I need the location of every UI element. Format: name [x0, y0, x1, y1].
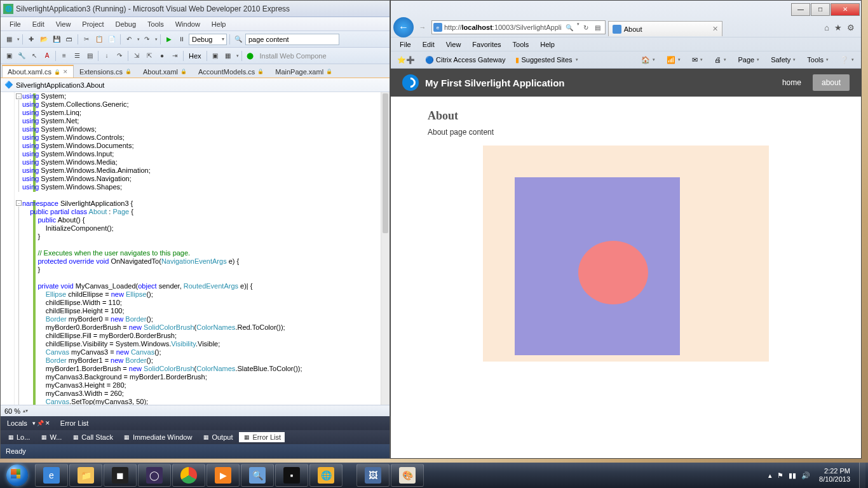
volume-icon[interactable]: 🔊	[801, 471, 810, 480]
tray-chevron-icon[interactable]: ▴	[768, 471, 772, 480]
task-chrome[interactable]	[172, 464, 205, 487]
step-over-icon[interactable]: ↷	[114, 50, 125, 62]
indent-icon[interactable]: ≡	[58, 50, 70, 62]
task-media[interactable]: ▶	[207, 464, 240, 487]
ie-menu-file[interactable]: File	[395, 39, 416, 50]
step-out-icon[interactable]: ⇱	[144, 50, 155, 62]
zoom-spinner-icon[interactable]: ▴▾	[23, 408, 28, 414]
flag-icon[interactable]: ⚑	[777, 471, 783, 480]
task-search[interactable]: 🔍	[241, 464, 274, 487]
extension-icon[interactable]: ⬤	[245, 50, 256, 62]
show-desktop-button[interactable]	[859, 463, 865, 488]
bottom-tab[interactable]: ▦Output	[198, 432, 236, 442]
ie-menu-favorites[interactable]: Favorites	[467, 39, 506, 50]
bottom-tab[interactable]: ▦Error List	[239, 432, 285, 442]
nav-about[interactable]: about	[813, 74, 850, 91]
task-snip[interactable]: 🖼	[356, 464, 390, 487]
cut-icon[interactable]: ✂	[81, 34, 92, 45]
ie-titlebar[interactable]: — □ ✕	[391, 1, 861, 18]
vs-menu-window[interactable]: Window	[170, 19, 205, 29]
feeds-button-icon[interactable]: 📶▾	[663, 55, 684, 65]
ie-menu-edit[interactable]: Edit	[417, 39, 440, 50]
start-button[interactable]	[0, 463, 34, 488]
safety-menu[interactable]: Safety▾	[768, 55, 799, 65]
properties-icon[interactable]: 🔧	[16, 50, 27, 62]
task-app1[interactable]: ◼	[104, 464, 137, 487]
toolbox-icon[interactable]: ▣	[3, 50, 15, 62]
step-into-icon[interactable]: ⇲	[131, 50, 142, 62]
vs-menu-file[interactable]: File	[4, 19, 26, 29]
pause-debug-icon[interactable]: ⏸	[176, 34, 187, 45]
save-icon[interactable]: 💾	[51, 34, 62, 45]
doc-tab[interactable]: About.xaml.cs 🔒 ✕	[2, 65, 74, 78]
bottom-tab[interactable]: ▦Lo...	[3, 432, 34, 442]
errorlist-panel-title[interactable]: Error List	[57, 418, 93, 428]
maximize-button[interactable]: □	[811, 3, 830, 16]
mail-button-icon[interactable]: ✉▾	[689, 55, 706, 65]
vs-titlebar[interactable]: 🌐 SilverlightApplication3 (Running) - Mi…	[1, 1, 390, 17]
close-button[interactable]: ✕	[831, 3, 860, 16]
compat-icon[interactable]: ▤	[592, 22, 604, 33]
window2-icon[interactable]: ▦	[222, 50, 234, 62]
vs-menu-debug[interactable]: Debug	[111, 19, 141, 29]
refresh-icon[interactable]: ↻	[580, 22, 592, 33]
comment-icon[interactable]: ▤	[84, 50, 95, 62]
vs-menu-tools[interactable]: Tools	[142, 19, 169, 29]
bottom-tab[interactable]: ▦Call Stack	[68, 432, 117, 442]
code-editor[interactable]: - - using System; using System.Collectio…	[1, 92, 390, 405]
tools-menu[interactable]: Tools▾	[804, 55, 832, 65]
clock[interactable]: 2:22 PM 8/10/2013	[815, 467, 854, 484]
search-icon[interactable]: 🔍	[564, 22, 575, 33]
tab-close-icon[interactable]: ✕	[712, 25, 718, 33]
vertical-scrollbar[interactable]	[381, 92, 390, 405]
add-favorite-icon[interactable]: ⭐➕	[395, 55, 417, 65]
hex-button[interactable]: Hex	[186, 52, 204, 60]
copy-icon[interactable]: 📋	[93, 34, 105, 45]
nav-home[interactable]: home	[773, 74, 810, 91]
code-outline[interactable]: - -	[15, 92, 21, 405]
bottom-tab[interactable]: ▦W...	[36, 432, 65, 442]
tools-gear-icon[interactable]: ⚙	[847, 23, 855, 32]
fav-citrix[interactable]: 🔵Citrix Access Gateway	[423, 55, 508, 65]
task-vwd[interactable]: 🌐	[309, 464, 342, 487]
ie-menu-tools[interactable]: Tools	[508, 39, 534, 50]
tab-close-icon[interactable]: ✕	[63, 69, 68, 75]
outline-toggle[interactable]: -	[16, 200, 22, 206]
run-to-icon[interactable]: ⇥	[169, 50, 180, 62]
outline-toggle[interactable]: -	[16, 93, 22, 99]
address-bar[interactable]: e http://localhost:10003/SilverlightAppl…	[431, 20, 606, 34]
cursor-icon[interactable]: ↖	[29, 50, 40, 62]
vs-menu-help[interactable]: Help	[207, 19, 231, 29]
forward-button-icon[interactable]: →	[416, 21, 429, 34]
fav-suggested[interactable]: ▮Suggested Sites▾	[513, 55, 580, 65]
install-web-button[interactable]: Install Web Compone	[257, 52, 329, 60]
back-button-icon[interactable]: ←	[393, 17, 414, 37]
code-text[interactable]: using System; using System.Collections.G…	[22, 92, 381, 405]
locals-panel-title[interactable]: Locals	[3, 418, 31, 428]
vs-menu-view[interactable]: View	[51, 19, 76, 29]
scroll-thumb[interactable]	[383, 93, 388, 233]
page-menu[interactable]: Page▾	[735, 55, 763, 65]
open-file-icon[interactable]: 📂	[38, 34, 50, 45]
task-paint[interactable]: 🎨	[391, 464, 424, 487]
format-icon[interactable]: A	[41, 50, 53, 62]
window-icon[interactable]: ▣	[210, 50, 221, 62]
config-combo[interactable]: Debug	[189, 34, 227, 45]
home-icon[interactable]: ⌂	[824, 23, 829, 32]
add-item-icon[interactable]: ✚	[25, 34, 37, 45]
ie-menu-view[interactable]: View	[441, 39, 466, 50]
bottom-tab[interactable]: ▦Immediate Window	[119, 432, 196, 442]
vs-menu-project[interactable]: Project	[77, 19, 109, 29]
vs-navigation-bar[interactable]: 🔷 SilverlightApplication3.About	[1, 78, 390, 92]
start-debug-icon[interactable]: ▶	[163, 34, 175, 45]
home-button[interactable]: 🏠▾	[638, 55, 658, 65]
redo-icon[interactable]: ↷	[141, 34, 153, 45]
browser-tab[interactable]: About ✕	[608, 21, 722, 36]
zoom-level[interactable]: 60 %	[4, 407, 20, 415]
favorites-star-icon[interactable]: ★	[834, 23, 842, 32]
vs-menu-edit[interactable]: Edit	[27, 19, 50, 29]
find-icon[interactable]: 🔍	[233, 34, 244, 45]
minimize-button[interactable]: —	[791, 3, 810, 16]
panel-dropdown-icon[interactable]: ▾	[32, 420, 36, 426]
ie-menu-help[interactable]: Help	[535, 39, 560, 50]
